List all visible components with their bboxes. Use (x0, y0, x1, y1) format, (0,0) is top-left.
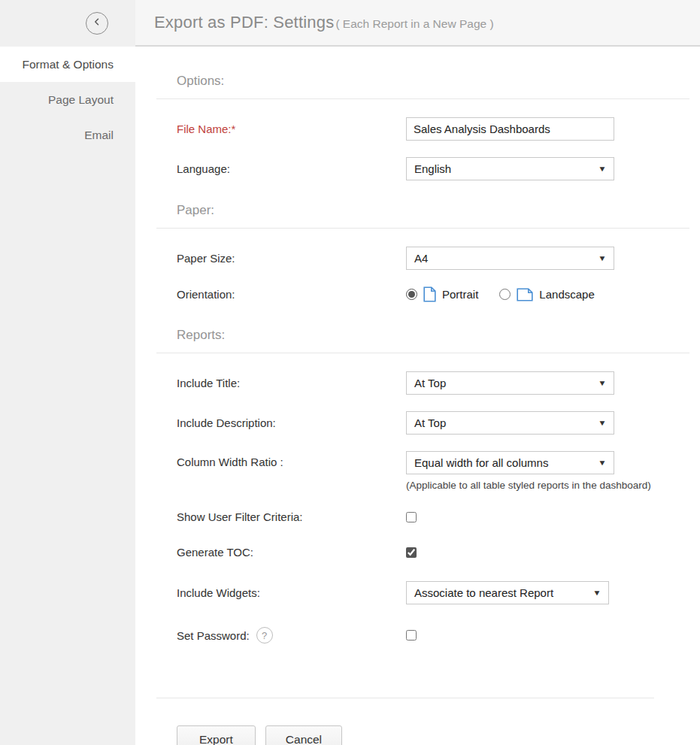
orientation-row: Orientation: Portrait (156, 286, 689, 302)
column-width-ratio-note: (Applicable to all table styled reports … (406, 480, 651, 491)
back-button[interactable] (86, 12, 108, 35)
cancel-button[interactable]: Cancel (265, 725, 342, 745)
chevron-down-icon: ▼ (598, 254, 606, 262)
page-title: Export as PDF: Settings (154, 13, 334, 32)
include-widgets-row: Include Widgets: Associate to nearest Re… (156, 581, 689, 604)
language-row: Language: English ▼ (156, 157, 689, 180)
set-password-label: Set Password: (177, 629, 250, 642)
include-title-label: Include Title: (177, 377, 406, 389)
show-user-filter-criteria-checkbox[interactable] (406, 512, 417, 522)
chevron-down-icon: ▼ (598, 165, 606, 173)
help-icon[interactable]: ? (256, 627, 273, 644)
section-reports: Reports: Include Title: At Top ▼ Include… (156, 328, 689, 644)
paper-size-select[interactable]: A4 ▼ (406, 247, 614, 270)
paper-size-label: Paper Size: (177, 252, 406, 265)
column-width-ratio-select[interactable]: Equal width for all columns ▼ (406, 451, 614, 474)
language-select[interactable]: English ▼ (406, 157, 614, 180)
orientation-label: Orientation: (177, 288, 406, 301)
chevron-down-icon: ▼ (598, 459, 606, 467)
top-bar: Export as PDF: Settings ( Each Report in… (0, 0, 700, 47)
include-description-label: Include Description: (177, 416, 406, 429)
chevron-down-icon: ▼ (598, 419, 606, 427)
required-asterisk: * (232, 123, 236, 135)
file-name-label: File Name:* (177, 123, 406, 135)
column-width-ratio-control: Equal width for all columns ▼ (Applicabl… (406, 451, 651, 491)
section-divider (156, 353, 689, 353)
set-password-row: Set Password: ? (156, 627, 689, 644)
language-label: Language: (177, 162, 406, 175)
section-title-reports: Reports: (177, 328, 689, 343)
generate-toc-label: Generate TOC: (177, 546, 406, 559)
generate-toc-checkbox[interactable] (406, 547, 417, 558)
section-options: Options: File Name:* Language: English ▼ (156, 74, 689, 180)
include-widgets-select[interactable]: Associate to nearest Report ▼ (406, 581, 609, 604)
include-widgets-select-value: Associate to nearest Report (414, 586, 553, 599)
set-password-label-group: Set Password: ? (177, 627, 406, 644)
column-width-ratio-label: Column Width Ratio : (177, 456, 406, 468)
paper-size-select-value: A4 (414, 252, 428, 265)
topbar-sidebar-corner (0, 0, 135, 47)
portrait-page-icon (423, 286, 436, 302)
file-name-row: File Name:* (156, 117, 689, 141)
landscape-radio-label: Landscape (539, 288, 594, 301)
include-description-row: Include Description: At Top ▼ (156, 411, 689, 435)
include-title-row: Include Title: At Top ▼ (156, 371, 689, 395)
sidebar-item-email[interactable]: Email (0, 117, 135, 153)
orientation-option-landscape[interactable]: Landscape (499, 288, 594, 301)
section-divider (156, 98, 689, 99)
portrait-radio-label: Portrait (442, 288, 478, 301)
column-width-ratio-select-value: Equal width for all columns (414, 456, 548, 469)
file-name-label-text: File Name: (177, 123, 232, 135)
include-widgets-label: Include Widgets: (177, 586, 406, 599)
section-divider (156, 228, 689, 229)
sidebar-item-label: Page Layout (48, 93, 114, 107)
landscape-page-icon (517, 288, 533, 301)
section-title-options: Options: (177, 74, 689, 89)
export-button[interactable]: Export (177, 725, 256, 745)
sidebar-item-format-options[interactable]: Format & Options (0, 47, 135, 82)
include-description-select-value: At Top (414, 416, 446, 429)
header: Export as PDF: Settings ( Each Report in… (135, 0, 700, 47)
sidebar-item-label: Format & Options (23, 58, 114, 71)
orientation-option-portrait[interactable]: Portrait (406, 286, 478, 302)
section-paper: Paper: Paper Size: A4 ▼ Orientation: (156, 203, 689, 302)
show-user-filter-criteria-label: Show User Filter Criteria: (177, 510, 406, 523)
section-title-paper: Paper: (177, 203, 689, 218)
show-user-filter-criteria-row: Show User Filter Criteria: (156, 510, 689, 523)
sidebar-item-page-layout[interactable]: Page Layout (0, 82, 135, 117)
language-select-value: English (414, 162, 451, 175)
main-layout: Format & Options Page Layout Email Optio… (0, 47, 700, 745)
chevron-down-icon: ▼ (592, 589, 601, 597)
settings-form: Options: File Name:* Language: English ▼ (135, 47, 700, 745)
chevron-left-icon (90, 15, 104, 32)
column-width-ratio-row: Column Width Ratio : Equal width for all… (156, 451, 689, 491)
sidebar-item-label: Email (84, 129, 114, 142)
include-title-select[interactable]: At Top ▼ (406, 371, 614, 395)
orientation-radio-group: Portrait Landscape (406, 286, 595, 302)
paper-size-row: Paper Size: A4 ▼ (156, 247, 689, 270)
landscape-radio[interactable] (499, 289, 511, 300)
file-name-input[interactable] (406, 117, 614, 141)
chevron-down-icon: ▼ (598, 379, 606, 387)
sidebar: Format & Options Page Layout Email (0, 47, 135, 745)
portrait-radio[interactable] (406, 289, 417, 300)
include-description-select[interactable]: At Top ▼ (406, 411, 614, 435)
include-title-select-value: At Top (414, 377, 446, 389)
page-subtitle: ( Each Report in a New Page ) (335, 14, 493, 31)
footer-divider (156, 698, 654, 698)
set-password-checkbox[interactable] (406, 630, 417, 641)
generate-toc-row: Generate TOC: (156, 546, 689, 559)
footer-actions: Export Cancel (156, 725, 689, 745)
